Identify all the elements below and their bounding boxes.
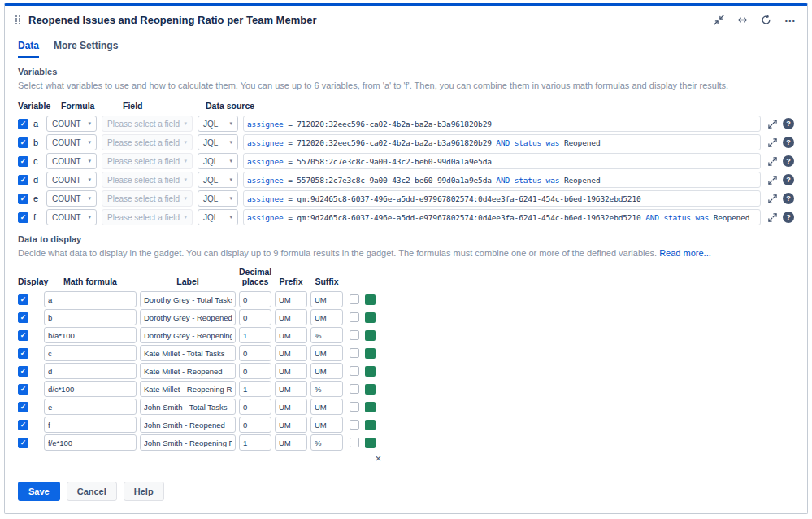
datasource-select[interactable]: JQL▾ — [198, 172, 238, 188]
prefix-input[interactable] — [275, 434, 307, 451]
math-formula-input[interactable] — [44, 399, 137, 415]
color-swatch[interactable] — [365, 402, 376, 412]
display-enabled-checkbox[interactable] — [18, 366, 28, 377]
jql-query-input[interactable]: assignee = qm:9d2465c8-6037-496e-a5dd-e9… — [243, 209, 761, 225]
expand-jql-icon[interactable] — [766, 176, 779, 185]
decimal-places-input[interactable] — [239, 291, 271, 307]
display-enabled-checkbox[interactable] — [18, 438, 28, 448]
variable-enabled-checkbox[interactable] — [18, 119, 28, 129]
datasource-select[interactable]: JQL▾ — [198, 134, 238, 150]
formula-select[interactable]: COUNT▾ — [46, 190, 97, 207]
variable-enabled-checkbox[interactable] — [18, 137, 28, 148]
save-button[interactable]: Save — [18, 482, 60, 501]
datasource-select[interactable]: JQL▾ — [198, 153, 238, 169]
suffix-input[interactable] — [310, 291, 343, 307]
help-icon[interactable]: ? — [783, 212, 794, 223]
jql-query-input[interactable]: assignee = 557058:2c7e3c8c-9a00-43c2-be6… — [243, 153, 761, 169]
label-input[interactable] — [140, 399, 236, 415]
color-option-checkbox[interactable] — [350, 348, 359, 358]
math-formula-input[interactable] — [44, 434, 137, 451]
formula-select[interactable]: COUNT▾ — [46, 172, 97, 188]
prefix-input[interactable] — [275, 417, 307, 433]
formula-select[interactable]: COUNT▾ — [46, 134, 97, 150]
decimal-places-input[interactable] — [239, 434, 271, 451]
expand-jql-icon[interactable] — [766, 157, 779, 166]
variable-enabled-checkbox[interactable] — [18, 212, 28, 223]
color-swatch[interactable] — [365, 384, 376, 395]
datasource-select[interactable]: JQL▾ — [198, 116, 238, 132]
refresh-icon[interactable] — [761, 15, 771, 25]
color-option-checkbox[interactable] — [350, 366, 359, 376]
formula-select[interactable]: COUNT▾ — [46, 116, 97, 132]
color-swatch[interactable] — [365, 330, 376, 341]
display-enabled-checkbox[interactable] — [18, 330, 28, 341]
prefix-input[interactable] — [275, 363, 307, 379]
exit-fullscreen-icon[interactable] — [714, 15, 724, 25]
math-formula-input[interactable] — [44, 309, 137, 325]
expand-width-icon[interactable] — [737, 15, 748, 25]
color-option-checkbox[interactable] — [350, 420, 359, 430]
color-option-checkbox[interactable] — [350, 438, 359, 447]
read-more-link[interactable]: Read more... — [659, 248, 711, 258]
jql-query-input[interactable]: assignee = 712020:32eec596-ca02-4b2a-ba2… — [243, 134, 761, 150]
prefix-input[interactable] — [275, 291, 307, 307]
display-enabled-checkbox[interactable] — [18, 384, 28, 395]
jql-query-input[interactable]: assignee = qm:9d2465c8-6037-496e-a5dd-e9… — [243, 190, 761, 207]
prefix-input[interactable] — [275, 309, 307, 325]
color-option-checkbox[interactable] — [350, 402, 359, 412]
math-formula-input[interactable] — [44, 291, 137, 307]
color-swatch[interactable] — [365, 348, 376, 359]
help-icon[interactable]: ? — [783, 174, 794, 185]
label-input[interactable] — [140, 327, 236, 343]
math-formula-input[interactable] — [44, 345, 137, 361]
formula-select[interactable]: COUNT▾ — [46, 209, 97, 225]
remove-row-icon[interactable]: × — [375, 453, 381, 464]
drag-handle-icon[interactable] — [15, 15, 21, 25]
jql-query-input[interactable]: assignee = 557058:2c7e3c8c-9a00-43c2-be6… — [243, 172, 761, 188]
color-swatch[interactable] — [365, 294, 376, 305]
color-swatch[interactable] — [365, 438, 376, 448]
suffix-input[interactable] — [310, 309, 343, 325]
suffix-input[interactable] — [310, 417, 343, 433]
suffix-input[interactable] — [310, 434, 343, 451]
formula-select[interactable]: COUNT▾ — [46, 153, 97, 169]
expand-jql-icon[interactable] — [766, 120, 779, 129]
math-formula-input[interactable] — [44, 417, 137, 433]
variable-enabled-checkbox[interactable] — [18, 175, 28, 185]
suffix-input[interactable] — [310, 381, 343, 397]
prefix-input[interactable] — [275, 327, 307, 343]
math-formula-input[interactable] — [44, 363, 137, 379]
tab-data[interactable]: Data — [18, 40, 39, 58]
suffix-input[interactable] — [310, 327, 343, 343]
expand-jql-icon[interactable] — [766, 194, 779, 203]
expand-jql-icon[interactable] — [766, 213, 779, 222]
math-formula-input[interactable] — [44, 381, 137, 397]
display-enabled-checkbox[interactable] — [18, 402, 28, 412]
prefix-input[interactable] — [275, 381, 307, 397]
display-enabled-checkbox[interactable] — [18, 348, 28, 359]
label-input[interactable] — [140, 363, 236, 379]
decimal-places-input[interactable] — [239, 417, 271, 433]
label-input[interactable] — [140, 309, 236, 325]
cancel-button[interactable]: Cancel — [67, 482, 117, 501]
label-input[interactable] — [140, 417, 236, 433]
variable-enabled-checkbox[interactable] — [18, 156, 28, 167]
color-option-checkbox[interactable] — [350, 330, 359, 340]
tab-more-settings[interactable]: More Settings — [54, 40, 118, 58]
datasource-select[interactable]: JQL▾ — [198, 209, 238, 225]
color-option-checkbox[interactable] — [350, 312, 359, 322]
decimal-places-input[interactable] — [239, 381, 271, 397]
prefix-input[interactable] — [275, 399, 307, 415]
color-option-checkbox[interactable] — [350, 384, 359, 394]
datasource-select[interactable]: JQL▾ — [198, 190, 238, 207]
jql-query-input[interactable]: assignee = 712020:32eec596-ca02-4b2a-ba2… — [243, 116, 761, 132]
display-enabled-checkbox[interactable] — [18, 420, 28, 430]
prefix-input[interactable] — [275, 345, 307, 361]
decimal-places-input[interactable] — [239, 309, 271, 325]
decimal-places-input[interactable] — [239, 363, 271, 379]
label-input[interactable] — [140, 291, 236, 307]
help-icon[interactable]: ? — [783, 137, 794, 148]
label-input[interactable] — [140, 434, 236, 451]
color-swatch[interactable] — [365, 420, 376, 430]
display-enabled-checkbox[interactable] — [18, 294, 28, 305]
